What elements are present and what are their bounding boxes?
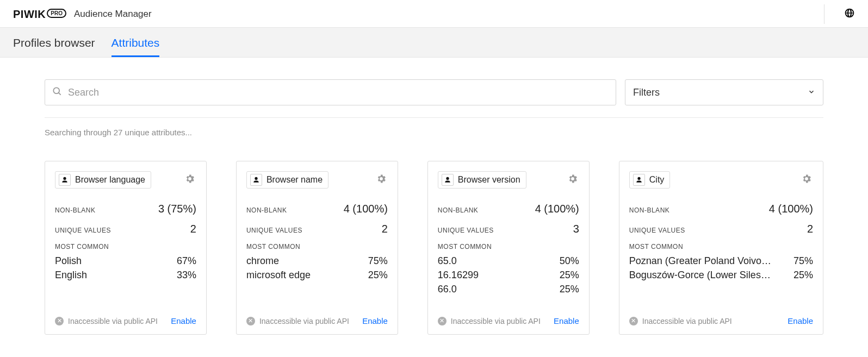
most-common-heading: MOST COMMON xyxy=(438,243,579,250)
brand-pro-badge: PRO xyxy=(47,9,66,18)
inaccessible-text: Inaccessible via public API xyxy=(642,317,732,325)
most-common-heading: MOST COMMON xyxy=(629,243,813,250)
attribute-title: Browser name xyxy=(266,175,323,185)
stat-non-blank: NON-BLANK4 (100%) xyxy=(438,203,579,215)
enable-link[interactable]: Enable xyxy=(362,316,388,325)
inaccessible-text: Inaccessible via public API xyxy=(68,317,158,325)
gear-icon[interactable] xyxy=(566,172,579,187)
card-header: City xyxy=(629,171,813,189)
stat-value: 3 (75%) xyxy=(158,203,196,215)
card-footer: ✕Inaccessible via public APIEnable xyxy=(246,308,388,325)
stats: NON-BLANK4 (100%)UNIQUE VALUES2MOST COMM… xyxy=(246,203,388,282)
most-common-pct: 25% xyxy=(368,268,388,282)
stat-label: UNIQUE VALUES xyxy=(438,227,494,234)
inaccessible-text: Inaccessible via public API xyxy=(451,317,541,325)
most-common-label: English xyxy=(55,268,87,282)
stat-label: NON-BLANK xyxy=(246,206,287,214)
most-common-pct: 75% xyxy=(793,254,813,268)
brand-app-name: Audience Manager xyxy=(74,9,152,20)
filters-label: Filters xyxy=(633,87,660,98)
gear-icon[interactable] xyxy=(183,172,196,187)
stat-non-blank: NON-BLANK4 (100%) xyxy=(629,203,813,215)
card-header: Browser language xyxy=(55,171,196,189)
search-box[interactable] xyxy=(45,79,616,105)
stat-value: 2 xyxy=(190,223,196,235)
stat-label: UNIQUE VALUES xyxy=(55,227,111,234)
enable-link[interactable]: Enable xyxy=(554,316,579,325)
stat-unique-values: UNIQUE VALUES2 xyxy=(55,223,196,235)
most-common-row: Poznan (Greater Poland Voivodeship)75% xyxy=(629,254,813,268)
globe-icon[interactable] xyxy=(844,8,855,21)
most-common-label: 66.0 xyxy=(438,282,457,296)
gear-icon[interactable] xyxy=(800,172,813,187)
attribute-pill[interactable]: City xyxy=(629,171,671,189)
filters-dropdown[interactable]: Filters xyxy=(625,79,823,105)
search-filter-row: Filters xyxy=(45,79,823,105)
brand-piwik-text: PIWIK xyxy=(13,8,46,21)
most-common-pct: 67% xyxy=(177,254,196,268)
svg-point-0 xyxy=(53,87,59,93)
stat-label: NON-BLANK xyxy=(55,206,96,214)
most-common-label: Poznan (Greater Poland Voivodeship) xyxy=(629,254,773,268)
stat-unique-values: UNIQUE VALUES3 xyxy=(438,223,579,235)
tabs-bar: Profiles browser Attributes xyxy=(0,28,868,58)
svg-line-1 xyxy=(59,93,61,95)
enable-link[interactable]: Enable xyxy=(171,316,196,325)
most-common-label: microsoft edge xyxy=(246,268,311,282)
stats: NON-BLANK4 (100%)UNIQUE VALUES3MOST COMM… xyxy=(438,203,579,296)
most-common-row: chrome75% xyxy=(246,254,388,268)
stat-non-blank: NON-BLANK3 (75%) xyxy=(55,203,196,215)
most-common-pct: 50% xyxy=(560,254,579,268)
most-common-row: 16.1629925% xyxy=(438,268,579,282)
most-common-row: 66.025% xyxy=(438,282,579,296)
most-common-row: Boguszów-Gorce (Lower Silesian)25% xyxy=(629,268,813,282)
close-circle-icon: ✕ xyxy=(438,317,447,325)
tab-profiles-browser[interactable]: Profiles browser xyxy=(13,28,95,57)
stat-label: NON-BLANK xyxy=(629,206,670,214)
attribute-card-city: CityNON-BLANK4 (100%)UNIQUE VALUES2MOST … xyxy=(619,161,823,335)
most-common-row: 65.050% xyxy=(438,254,579,268)
stat-unique-values: UNIQUE VALUES2 xyxy=(629,223,813,235)
inaccessible-text: Inaccessible via public API xyxy=(259,317,349,325)
attribute-card-browser-language: Browser languageNON-BLANK3 (75%)UNIQUE V… xyxy=(45,161,207,335)
search-input[interactable] xyxy=(63,86,609,99)
header-separator xyxy=(824,4,824,24)
stat-label: UNIQUE VALUES xyxy=(246,227,302,234)
most-common-pct: 25% xyxy=(560,282,579,296)
most-common-label: chrome xyxy=(246,254,279,268)
close-circle-icon: ✕ xyxy=(55,317,64,325)
person-icon xyxy=(442,174,454,186)
card-footer: ✕Inaccessible via public APIEnable xyxy=(629,308,813,325)
divider xyxy=(45,117,823,118)
close-circle-icon: ✕ xyxy=(246,317,255,325)
most-common-pct: 25% xyxy=(793,268,813,282)
stat-value: 4 (100%) xyxy=(769,203,813,215)
stat-label: UNIQUE VALUES xyxy=(629,227,685,234)
most-common-pct: 75% xyxy=(368,254,388,268)
stat-unique-values: UNIQUE VALUES2 xyxy=(246,223,388,235)
attribute-title: Browser version xyxy=(458,175,520,185)
card-footer: ✕Inaccessible via public APIEnable xyxy=(55,308,196,325)
enable-link[interactable]: Enable xyxy=(788,316,813,325)
stat-non-blank: NON-BLANK4 (100%) xyxy=(246,203,388,215)
search-status-text: Searching through 27 unique attributes..… xyxy=(45,128,823,137)
tab-attributes[interactable]: Attributes xyxy=(111,28,160,57)
card-footer: ✕Inaccessible via public APIEnable xyxy=(438,308,579,325)
attribute-card-browser-version: Browser versionNON-BLANK4 (100%)UNIQUE V… xyxy=(427,161,590,335)
most-common-pct: 25% xyxy=(560,268,579,282)
attribute-pill[interactable]: Browser name xyxy=(246,171,328,189)
person-icon xyxy=(250,174,262,186)
content: Filters Searching through 27 unique attr… xyxy=(0,58,868,356)
most-common-label: Polish xyxy=(55,254,82,268)
attribute-pill[interactable]: Browser language xyxy=(55,171,151,189)
attribute-title: Browser language xyxy=(75,175,145,185)
attribute-card-browser-name: Browser nameNON-BLANK4 (100%)UNIQUE VALU… xyxy=(236,161,398,335)
attribute-pill[interactable]: Browser version xyxy=(438,171,526,189)
stats: NON-BLANK4 (100%)UNIQUE VALUES2MOST COMM… xyxy=(629,203,813,282)
gear-icon[interactable] xyxy=(375,172,388,187)
stat-value: 2 xyxy=(807,223,813,235)
stat-value: 3 xyxy=(573,223,579,235)
most-common-label: Boguszów-Gorce (Lower Silesian) xyxy=(629,268,773,282)
most-common-row: microsoft edge25% xyxy=(246,268,388,282)
stats: NON-BLANK3 (75%)UNIQUE VALUES2MOST COMMO… xyxy=(55,203,196,282)
